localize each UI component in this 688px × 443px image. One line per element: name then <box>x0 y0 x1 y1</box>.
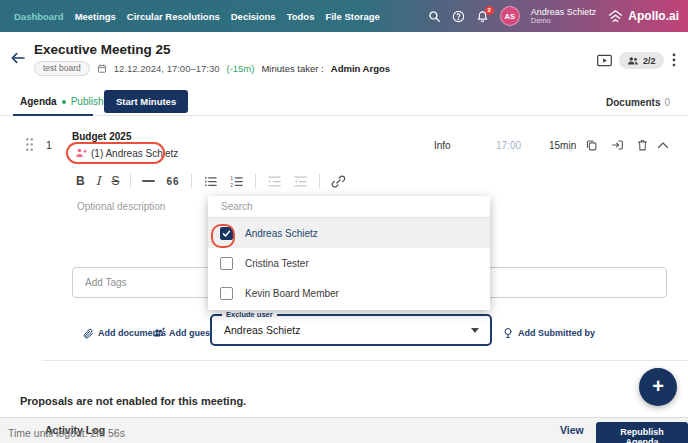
drag-handle-icon[interactable] <box>25 137 34 152</box>
dropdown-search-input[interactable] <box>208 196 490 218</box>
meeting-meta: test board 12.12.2024, 17:00–17:30 (-15m… <box>34 61 390 76</box>
bullet-list-icon[interactable] <box>203 174 218 189</box>
guests-icon <box>153 327 165 339</box>
notification-badge: 2 <box>485 6 494 15</box>
italic-icon[interactable]: I <box>96 175 101 187</box>
main-nav: Dashboard Meetings Circular Resolutions … <box>14 0 380 32</box>
dropdown-option-kevin-board-member[interactable]: Kevin Board Member <box>208 278 490 308</box>
republish-agenda-button[interactable]: Republish Agenda <box>596 422 688 443</box>
attendees-icon <box>627 56 639 66</box>
blockquote-icon[interactable]: 66 <box>166 176 179 187</box>
exclude-user-value: Andreas Schietz <box>224 324 300 336</box>
move-item-icon[interactable] <box>611 138 624 152</box>
help-icon[interactable] <box>452 10 465 23</box>
horizontal-rule-icon[interactable] <box>142 180 155 182</box>
documents-toggle[interactable]: Documents 0 <box>606 97 670 108</box>
add-submitted-by-button[interactable]: Add Submitted by <box>502 327 595 339</box>
back-button[interactable] <box>10 51 26 65</box>
editor-toolbar: B I S 66 1 2 <box>76 172 346 190</box>
description-editor[interactable]: Optional description <box>77 201 165 212</box>
add-submitted-by-label: Add Submitted by <box>518 328 595 338</box>
brand: Apollo.ai <box>607 9 679 24</box>
delete-item-icon[interactable] <box>636 138 649 152</box>
collapse-item-icon[interactable] <box>657 140 669 150</box>
start-minutes-button[interactable]: Start Minutes <box>104 90 188 113</box>
board-badge: test board <box>34 61 90 76</box>
documents-count: 0 <box>664 97 670 108</box>
dropdown-option-andreas-schietz[interactable]: Andreas Schietz <box>208 218 490 248</box>
indent-increase-icon <box>293 174 308 189</box>
option-label: Andreas Schietz <box>245 228 318 239</box>
top-navbar: Dashboard Meetings Circular Resolutions … <box>0 0 688 32</box>
strikethrough-icon[interactable]: S <box>111 175 119 187</box>
brand-name: Apollo.ai <box>628 9 679 23</box>
toolbar-divider <box>319 174 320 188</box>
checkbox-unchecked[interactable] <box>220 287 233 300</box>
paperclip-icon <box>82 327 94 339</box>
nav-item-meetings[interactable]: Meetings <box>75 11 116 22</box>
user-menu[interactable]: Andreas Schietz Demo <box>531 7 597 26</box>
checkbox-checked[interactable] <box>220 227 233 240</box>
minutes-taker-label: Minutes taker : <box>261 63 323 74</box>
agenda-item-title[interactable]: Budget 2025 <box>72 131 131 142</box>
navbar-right: 2 AS Andreas Schietz Demo Apollo.ai <box>428 0 679 32</box>
agenda-item-number: 1 <box>46 139 52 151</box>
view-button[interactable]: View <box>560 424 584 436</box>
proposals-notice: Proposals are not enabled for this meeti… <box>20 395 246 407</box>
option-label: Cristina Tester <box>245 258 309 269</box>
tab-agenda-label: Agenda <box>20 96 57 107</box>
copy-item-icon[interactable] <box>585 138 598 152</box>
add-agenda-item-button[interactable]: + <box>639 368 677 406</box>
documents-label: Documents <box>606 97 660 108</box>
toolbar-divider <box>191 174 192 188</box>
svg-text:1: 1 <box>230 174 233 180</box>
agenda-item-assignee[interactable]: (1) Andreas Schietz <box>75 147 178 159</box>
dropdown-option-cristina-tester[interactable]: Cristina Tester <box>208 248 490 278</box>
agenda-item-duration[interactable]: 15min <box>549 140 576 151</box>
calendar-icon <box>97 63 107 74</box>
meeting-time-delta: (-15m) <box>226 63 254 74</box>
attendance-pill[interactable]: 2/2 <box>619 52 664 69</box>
bold-icon[interactable]: B <box>76 175 85 187</box>
attendance-count: 2/2 <box>643 56 656 66</box>
tab-agenda[interactable]: Agenda Published <box>20 96 115 107</box>
toolbar-divider <box>130 174 131 188</box>
option-label: Kevin Board Member <box>245 288 339 299</box>
app-window: Dashboard Meetings Circular Resolutions … <box>0 0 688 443</box>
agenda-item-type[interactable]: Info <box>434 140 451 151</box>
caret-down-icon <box>471 328 479 333</box>
published-status-dot <box>62 100 66 104</box>
nav-item-circular-resolutions[interactable]: Circular Resolutions <box>127 11 220 22</box>
submitted-by-icon <box>502 327 514 339</box>
svg-text:2: 2 <box>230 182 233 188</box>
indent-decrease-icon <box>267 174 282 189</box>
tabs-row: Agenda Published Start Minutes Documents… <box>0 87 688 116</box>
exclude-user-select[interactable]: Exclude user Andreas Schietz <box>210 314 492 346</box>
exclude-user-label: Exclude user <box>222 310 277 319</box>
add-guests-button[interactable]: Add guests <box>153 327 218 339</box>
person-add-icon <box>75 147 87 159</box>
presentation-mode-icon[interactable] <box>596 54 613 67</box>
search-icon[interactable] <box>428 10 441 23</box>
nav-item-file-storage[interactable]: File Storage <box>325 11 379 22</box>
section-divider <box>42 360 688 361</box>
avatar[interactable]: AS <box>500 6 520 26</box>
notifications-bell[interactable]: 2 <box>476 10 489 23</box>
numbered-list-icon[interactable]: 1 2 <box>229 174 244 189</box>
meeting-datetime: 12.12.2024, 17:00–17:30 <box>114 63 220 74</box>
link-icon[interactable] <box>331 174 346 189</box>
active-tab-underline <box>13 114 93 116</box>
nav-item-decisions[interactable]: Decisions <box>231 11 276 22</box>
assignee-name: (1) Andreas Schietz <box>91 148 178 159</box>
more-options-icon[interactable] <box>668 53 680 67</box>
nav-item-dashboard[interactable]: Dashboard <box>14 11 64 22</box>
checkbox-unchecked[interactable] <box>220 257 233 270</box>
page-title: Executive Meeting 25 <box>34 42 171 57</box>
user-role: Demo <box>531 17 597 26</box>
check-icon <box>222 229 231 238</box>
nav-item-todos[interactable]: Todos <box>287 11 315 22</box>
logout-timer: Time until logout: 2m 56s <box>8 427 125 439</box>
apollo-logo-icon <box>607 9 624 24</box>
user-select-dropdown: Andreas Schietz Cristina Tester Kevin Bo… <box>208 196 490 310</box>
agenda-item-start-time: 17:00 <box>496 140 521 151</box>
